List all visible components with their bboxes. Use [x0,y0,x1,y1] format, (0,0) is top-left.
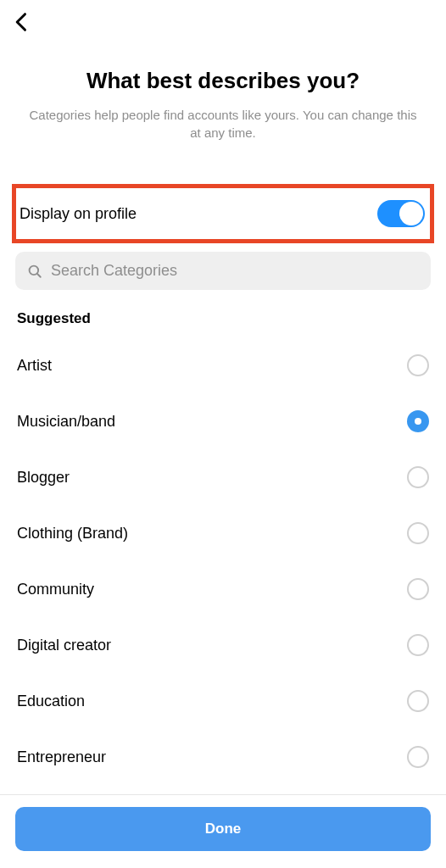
chevron-left-icon [10,10,34,34]
category-radio[interactable] [407,410,429,432]
category-radio[interactable] [407,466,429,488]
category-item[interactable]: Digital creator [17,617,429,673]
category-label: Musician/band [17,413,115,431]
svg-line-1 [37,274,41,277]
display-on-profile-label: Display on profile [20,205,137,223]
page-subtitle: Categories help people find accounts lik… [25,106,421,142]
category-item[interactable]: Clothing (Brand) [17,505,429,561]
search-field[interactable] [15,252,431,290]
category-label: Artist [17,357,52,375]
category-list: ArtistMusician/bandBloggerClothing (Bran… [0,337,446,785]
category-label: Community [17,581,94,598]
category-radio[interactable] [407,522,429,544]
category-radio[interactable] [407,578,429,600]
category-radio[interactable] [407,690,429,712]
category-item[interactable]: Blogger [17,449,429,505]
footer: Done [0,794,446,868]
category-item[interactable]: Artist [17,337,429,393]
display-on-profile-toggle[interactable] [377,200,425,227]
category-label: Education [17,693,85,710]
category-item[interactable]: Community [17,561,429,617]
display-on-profile-row: Display on profile [12,184,434,243]
category-item[interactable]: Education [17,673,429,729]
page-title: What best describes you? [25,68,421,94]
category-item[interactable]: Entrepreneur [17,729,429,785]
category-item[interactable]: Musician/band [17,393,429,449]
category-radio[interactable] [407,634,429,656]
search-icon [27,264,42,279]
suggested-header: Suggested [0,305,446,337]
toggle-knob [399,202,423,225]
done-button[interactable]: Done [15,807,431,851]
search-input[interactable] [51,262,419,280]
back-button[interactable] [10,10,34,37]
category-radio[interactable] [407,746,429,768]
category-label: Clothing (Brand) [17,525,128,542]
category-label: Digital creator [17,637,111,654]
category-label: Entrepreneur [17,748,106,766]
category-radio[interactable] [407,354,429,376]
category-label: Blogger [17,469,70,487]
